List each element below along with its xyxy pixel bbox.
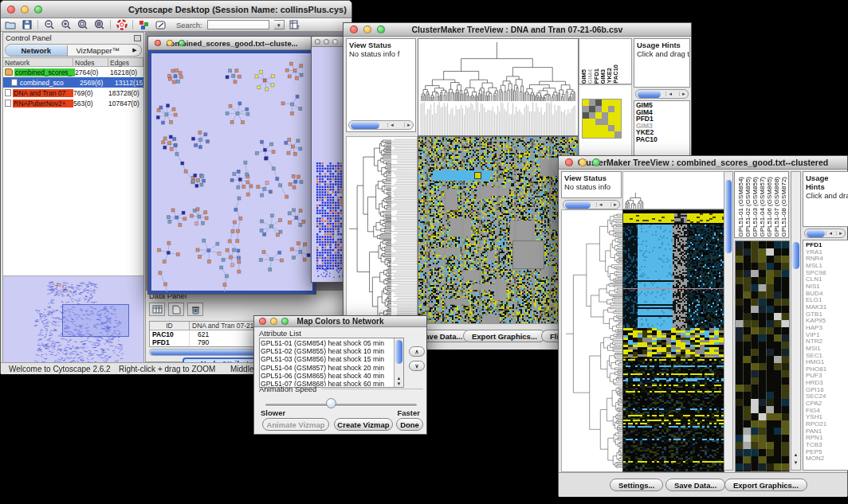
save-data-button[interactable]: Save Data... bbox=[665, 479, 725, 491]
zoomed-heatmap[interactable] bbox=[735, 240, 790, 472]
export-graphics-button[interactable]: Export Graphics... bbox=[463, 330, 546, 342]
mini-heatmap-cell bbox=[608, 106, 614, 112]
minimize-icon[interactable] bbox=[579, 158, 587, 166]
close-icon[interactable] bbox=[7, 6, 15, 14]
grid-network-canvas[interactable] bbox=[316, 162, 346, 278]
gene-label-list[interactable]: PFD1YRA1RNR4MSL1SPC98CLN1NIS1BUD4ELG1MAK… bbox=[803, 240, 848, 471]
float-panel-icon[interactable] bbox=[134, 35, 141, 41]
network-tree-row[interactable]: combined_sco2569(6)13112(15) bbox=[3, 77, 143, 88]
view-status-scrollbar[interactable]: ◄► bbox=[563, 200, 620, 209]
genelist-vscrollbar[interactable]: ▲▼ bbox=[791, 171, 801, 471]
zoom-icon[interactable] bbox=[332, 39, 338, 45]
move-up-button[interactable]: ∧ bbox=[409, 346, 425, 357]
tab-vizmapper[interactable]: VizMapper™ bbox=[68, 45, 129, 56]
mini-heatmap-cell bbox=[589, 106, 595, 112]
vizmapper-button[interactable] bbox=[138, 19, 150, 30]
view-status-text: No status info f bbox=[347, 49, 415, 58]
mini-heatmap-cell bbox=[608, 119, 614, 125]
annotation-button[interactable] bbox=[155, 19, 167, 30]
mini-correlation-heatmap[interactable] bbox=[582, 99, 622, 139]
animation-speed-slider[interactable] bbox=[265, 404, 417, 406]
treeview2-heatmap[interactable] bbox=[622, 209, 724, 472]
col-network[interactable]: Network bbox=[3, 58, 73, 66]
zoom-selected-button[interactable] bbox=[93, 19, 105, 30]
close-icon[interactable] bbox=[315, 39, 320, 45]
minimize-icon[interactable] bbox=[167, 40, 173, 46]
dialog-titlebar[interactable]: Map Colors to Network bbox=[254, 316, 426, 327]
move-down-button[interactable]: ∨ bbox=[409, 361, 425, 371]
minimize-icon[interactable] bbox=[270, 318, 277, 325]
network-tree-row[interactable]: combined_scores_2764(0)16218(0) bbox=[3, 67, 143, 77]
usage-hints-scrollbar[interactable]: ◄► bbox=[635, 89, 689, 99]
attribute-list-item[interactable]: GPL51-02 (GSM855) heat shock 10 min bbox=[261, 347, 393, 355]
export-graphics-button[interactable]: Export Graphics... bbox=[724, 479, 807, 491]
attribute-list-scrollbar[interactable]: ▲▼ bbox=[394, 338, 403, 387]
column-dendrogram[interactable] bbox=[418, 38, 579, 136]
create-vizmap-button[interactable]: Create Vizmap bbox=[334, 418, 393, 431]
minimize-icon[interactable] bbox=[363, 25, 371, 33]
zoom-icon[interactable] bbox=[281, 318, 289, 325]
filter-table-button[interactable] bbox=[289, 19, 301, 30]
network-overview-thumbnail[interactable] bbox=[3, 276, 143, 365]
heatmap-vscrollbar[interactable] bbox=[724, 171, 733, 471]
zoom-icon[interactable] bbox=[34, 6, 42, 14]
close-icon[interactable] bbox=[565, 158, 573, 166]
attribute-list-item[interactable]: GPL51-01 (GSM854) heat shock 05 min bbox=[261, 339, 393, 347]
treeview1-heatmap[interactable] bbox=[418, 136, 579, 325]
animate-vizmap-button[interactable]: Animate Vizmap bbox=[262, 418, 329, 431]
close-icon[interactable] bbox=[350, 25, 358, 33]
attribute-list-item[interactable]: GPL51-03 (GSM856) heat shock 15 min bbox=[261, 355, 393, 363]
settings-button[interactable]: Settings... bbox=[610, 479, 663, 491]
treeview2-buttonbar: Settings...Save Data...Export Graphics..… bbox=[559, 472, 847, 497]
search-dropdown-icon[interactable]: ▼ bbox=[274, 20, 285, 29]
open-file-button[interactable] bbox=[4, 19, 16, 30]
search-input[interactable] bbox=[207, 20, 269, 29]
treeview1-titlebar[interactable]: ClusterMaker TreeView : DNA and Tran 07-… bbox=[344, 23, 691, 37]
close-icon[interactable] bbox=[259, 318, 266, 325]
view-status-scrollbar[interactable]: ◄► bbox=[348, 120, 414, 130]
main-titlebar[interactable]: Cytoscape Desktop (Session Name: collins… bbox=[1, 1, 351, 18]
overview-viewport-rect[interactable] bbox=[62, 304, 129, 337]
delete-attribute-trash-icon[interactable] bbox=[187, 303, 203, 316]
treeview2-titlebar[interactable]: ClusterMaker TreeView : combined_scores_… bbox=[559, 156, 847, 170]
view-status-text: No status info bbox=[562, 182, 621, 191]
window-controls[interactable] bbox=[7, 6, 42, 14]
usage-hints-scrollbar[interactable]: ◄► bbox=[804, 229, 846, 238]
column-dendrogram[interactable] bbox=[622, 171, 724, 209]
zoom-icon[interactable] bbox=[179, 40, 185, 46]
minimize-icon[interactable] bbox=[21, 6, 29, 14]
network-tree-row[interactable]: DNA and Tran 07769(0)183728(0) bbox=[3, 88, 143, 98]
network-tree-row[interactable]: RNAPuberNov2+563(0)107847(0) bbox=[3, 98, 143, 108]
network-graph-canvas[interactable] bbox=[151, 53, 314, 292]
scroll-down-icon[interactable]: ▼ bbox=[791, 460, 800, 465]
help-lifering-icon[interactable] bbox=[116, 19, 128, 30]
col-edges[interactable]: Edges bbox=[108, 58, 143, 66]
tab-network[interactable]: Network bbox=[6, 45, 68, 56]
col-nodes[interactable]: Nodes bbox=[73, 58, 108, 66]
row-dendrogram[interactable] bbox=[346, 136, 418, 325]
new-attribute-icon[interactable] bbox=[168, 303, 184, 316]
minimize-icon[interactable] bbox=[324, 39, 329, 45]
zoom-in-button[interactable] bbox=[60, 19, 72, 30]
mini-heatmap-cell bbox=[614, 119, 621, 125]
col-id[interactable]: ID bbox=[150, 322, 190, 330]
scroll-up-icon[interactable]: ▲ bbox=[791, 452, 800, 457]
scroll-up-icon[interactable]: ▲ bbox=[395, 376, 403, 381]
attribute-list-item[interactable]: GPL51-06 (GSM865) heat shock 40 min bbox=[261, 372, 393, 380]
close-icon[interactable] bbox=[155, 40, 161, 46]
row-dendrogram[interactable] bbox=[561, 209, 623, 472]
slider-thumb[interactable] bbox=[326, 398, 336, 408]
row-label: PAC10 bbox=[636, 136, 689, 143]
zoom-out-button[interactable] bbox=[43, 19, 55, 30]
done-button[interactable]: Done bbox=[396, 418, 423, 431]
network-view-titlebar[interactable]: combined_scores_good.txt--cluste... bbox=[148, 37, 316, 50]
tab-overflow-arrow-icon[interactable]: ▶ bbox=[128, 46, 141, 54]
save-button[interactable] bbox=[21, 19, 33, 30]
gene-label[interactable]: MON2 bbox=[806, 455, 848, 463]
attribute-list-item[interactable]: GPL51-04 (GSM857) heat shock 20 min bbox=[261, 364, 393, 372]
zoom-icon[interactable] bbox=[377, 25, 385, 33]
zoom-fit-button[interactable] bbox=[77, 19, 88, 30]
zoom-icon[interactable] bbox=[592, 158, 600, 166]
select-attributes-icon[interactable] bbox=[149, 303, 165, 316]
grid-network-titlebar[interactable] bbox=[312, 37, 346, 47]
